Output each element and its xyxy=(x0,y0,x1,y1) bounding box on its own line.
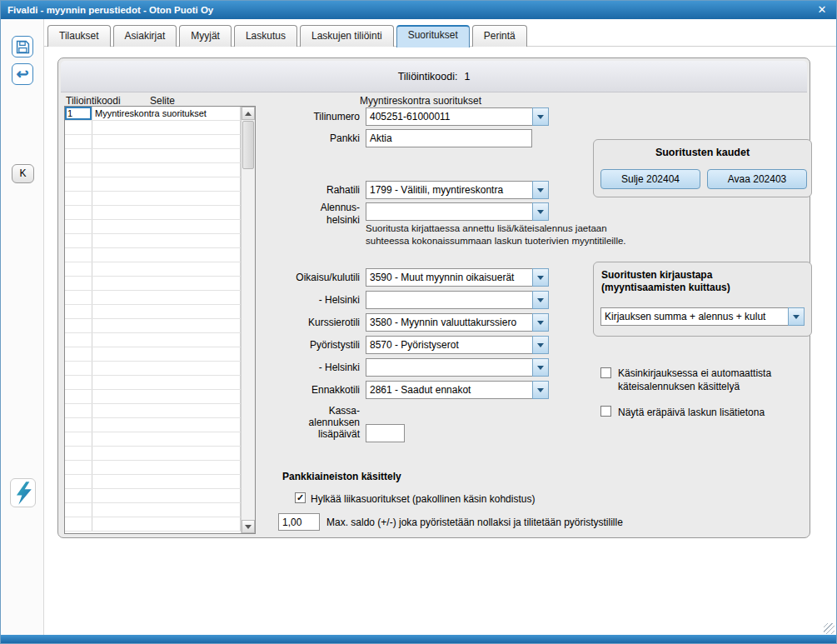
code-cell[interactable] xyxy=(65,432,92,446)
kasinkirjaus-checkbox[interactable] xyxy=(600,367,611,378)
code-cell[interactable] xyxy=(65,517,92,531)
table-row[interactable]: 1Myyntireskontra suoritukset xyxy=(65,107,241,121)
rahatili-dropdown-button[interactable] xyxy=(532,181,549,199)
selite-cell[interactable] xyxy=(92,475,241,488)
code-cell[interactable] xyxy=(65,319,92,332)
selite-cell[interactable] xyxy=(92,418,241,432)
max-saldo-input[interactable]: 1,00 xyxy=(278,513,320,531)
kurssierotili-input[interactable]: 3580 - Myynnin valuuttakurssiero xyxy=(366,313,532,332)
code-cell[interactable] xyxy=(65,347,92,361)
selite-cell[interactable] xyxy=(92,121,241,134)
selite-cell[interactable] xyxy=(92,517,241,531)
oikaisu-dropdown-button[interactable] xyxy=(532,268,549,287)
resize-grip[interactable] xyxy=(824,623,835,634)
selite-cell[interactable] xyxy=(92,135,241,148)
selite-cell[interactable] xyxy=(92,277,241,290)
table-row[interactable] xyxy=(65,333,241,347)
table-row[interactable] xyxy=(65,418,241,432)
code-cell[interactable] xyxy=(65,390,92,403)
tilinumero-input[interactable]: 405251-61000011 xyxy=(366,107,532,126)
code-cell[interactable] xyxy=(65,475,92,488)
tilinumero-dropdown-button[interactable] xyxy=(532,107,549,126)
tab-asiakirjat[interactable]: Asiakirjat xyxy=(113,25,177,47)
selite-cell[interactable] xyxy=(92,404,241,417)
kirjaustapa-dropdown-button[interactable] xyxy=(788,307,805,326)
tab-laskujen-tiliointi[interactable]: Laskujen tiliöinti xyxy=(300,25,394,47)
table-row[interactable] xyxy=(65,206,241,220)
pyoristystili-dropdown-button[interactable] xyxy=(532,336,549,354)
scroll-down-button[interactable] xyxy=(242,520,255,533)
code-cell[interactable] xyxy=(65,447,92,460)
table-row[interactable] xyxy=(65,376,241,390)
avaa-button[interactable]: Avaa 202403 xyxy=(707,169,807,189)
selite-cell[interactable] xyxy=(92,163,241,177)
selite-cell[interactable] xyxy=(92,390,241,403)
kurssierotili-dropdown-button[interactable] xyxy=(532,313,549,332)
table-row[interactable] xyxy=(65,277,241,291)
selite-cell[interactable] xyxy=(92,461,241,474)
table-row[interactable] xyxy=(65,475,241,489)
code-cell[interactable] xyxy=(65,333,92,347)
code-cell[interactable] xyxy=(65,149,92,162)
rahatili-input[interactable]: 1799 - Välitili, myyntireskontra xyxy=(366,181,532,199)
helsinki1-input[interactable] xyxy=(366,291,532,309)
table-row[interactable] xyxy=(65,305,241,319)
kassa-lisapaivat-input[interactable] xyxy=(366,424,405,442)
selite-cell[interactable] xyxy=(92,305,241,318)
selite-cell[interactable] xyxy=(92,447,241,460)
table-row[interactable] xyxy=(65,248,241,262)
code-cell[interactable] xyxy=(65,404,92,417)
code-cell[interactable] xyxy=(65,503,92,517)
selite-cell[interactable] xyxy=(92,177,241,191)
code-cell[interactable] xyxy=(65,461,92,474)
table-row[interactable] xyxy=(65,319,241,333)
tab-myyjat[interactable]: Myyjät xyxy=(179,25,232,47)
code-cell[interactable] xyxy=(65,135,92,148)
code-cell[interactable] xyxy=(65,220,92,233)
hylkaa-checkbox[interactable] xyxy=(295,492,306,503)
table-row[interactable] xyxy=(65,347,241,362)
table-row[interactable] xyxy=(65,192,241,206)
tab-suoritukset[interactable]: Suoritukset xyxy=(396,25,470,47)
tab-perinta[interactable]: Perintä xyxy=(472,25,527,47)
table-row[interactable] xyxy=(65,234,241,248)
selite-cell[interactable]: Myyntireskontra suoritukset xyxy=(92,107,241,120)
code-cell[interactable] xyxy=(65,248,92,262)
table-row[interactable] xyxy=(65,461,241,475)
selite-cell[interactable] xyxy=(92,220,241,233)
kirjaustapa-select[interactable]: Kirjauksen summa + alennus + kulut xyxy=(600,307,788,326)
table-row[interactable] xyxy=(65,489,241,503)
selite-cell[interactable] xyxy=(92,192,241,205)
table-row[interactable] xyxy=(65,149,241,163)
helsinki2-dropdown-button[interactable] xyxy=(532,358,549,377)
scrollbar-thumb[interactable] xyxy=(242,121,254,169)
selite-cell[interactable] xyxy=(92,291,241,304)
ennakkotili-input[interactable]: 2861 - Saadut ennakot xyxy=(366,381,532,399)
back-button[interactable]: ↩ xyxy=(12,63,33,85)
selite-cell[interactable] xyxy=(92,206,241,219)
selite-cell[interactable] xyxy=(92,333,241,347)
pyoristystili-input[interactable]: 8570 - Pyöristyserot xyxy=(366,336,532,354)
helsinki1-dropdown-button[interactable] xyxy=(532,291,549,309)
table-row[interactable] xyxy=(65,177,241,192)
close-button[interactable]: ✕ xyxy=(813,1,831,19)
code-cell[interactable] xyxy=(65,121,92,134)
code-cell[interactable] xyxy=(65,376,92,389)
helsinki2-input[interactable] xyxy=(366,358,532,377)
table-row[interactable] xyxy=(65,503,241,517)
selite-cell[interactable] xyxy=(92,234,241,247)
alennus-input[interactable] xyxy=(366,202,532,221)
table-row[interactable] xyxy=(65,121,241,135)
code-cell[interactable] xyxy=(65,418,92,432)
oikaisu-input[interactable]: 3590 - Muut myynnin oikaisuerät xyxy=(366,268,532,287)
code-cell[interactable] xyxy=(65,305,92,318)
table-row[interactable] xyxy=(65,291,241,305)
alennus-dropdown-button[interactable] xyxy=(532,202,549,221)
code-cell[interactable] xyxy=(65,291,92,304)
table-row[interactable] xyxy=(65,163,241,177)
selite-cell[interactable] xyxy=(92,376,241,389)
selite-cell[interactable] xyxy=(92,347,241,361)
k-button[interactable]: K xyxy=(12,164,34,183)
code-cell[interactable] xyxy=(65,192,92,205)
table-row[interactable] xyxy=(65,220,241,234)
